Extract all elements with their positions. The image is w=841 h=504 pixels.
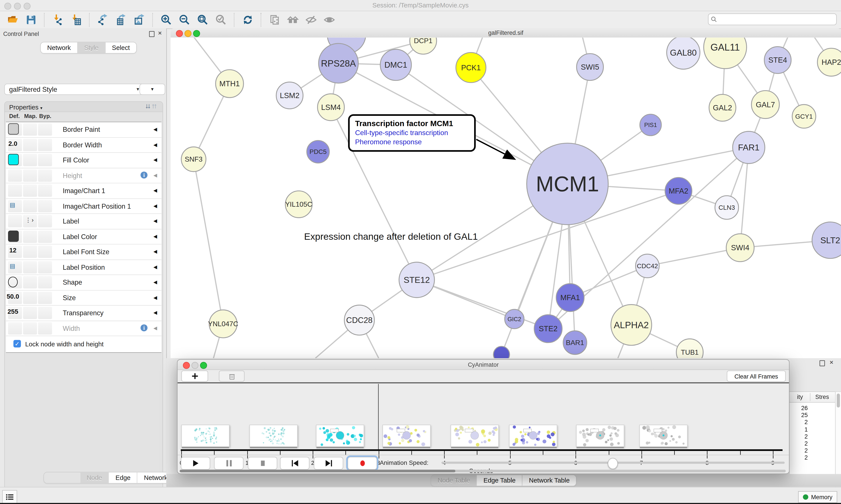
property-row-label-position[interactable]: ▤Label Position◀ [6,260,161,275]
export-image-button[interactable] [133,13,146,26]
close-panel-icon[interactable]: ✕ [158,31,162,36]
default-value[interactable]: 2.0 [6,140,20,147]
expand-arrow-icon[interactable]: ◀ [154,218,157,223]
add-frame-button[interactable] [181,371,208,382]
property-row-fill-color[interactable]: Fill Color◀ [6,153,161,168]
column-header[interactable]: ity [797,394,803,400]
expand-arrow-icon[interactable]: ◀ [154,234,157,239]
tab-style[interactable]: Style [77,42,105,53]
tab-node[interactable]: Node [80,472,108,483]
task-history-button[interactable] [2,490,17,503]
bypass-cell[interactable] [38,200,52,212]
table-cell[interactable]: 2 [789,433,808,439]
bypass-cell[interactable] [38,123,52,136]
expand-arrow-icon[interactable]: ◀ [154,310,157,315]
table-cell[interactable]: 2 [789,454,808,461]
default-value-cell[interactable] [8,184,22,197]
go-to-start-button[interactable] [280,457,309,470]
color-swatch[interactable] [8,154,19,165]
expand-arrow-icon[interactable]: ◀ [154,157,157,162]
import-table-button[interactable] [70,13,83,26]
scrollbar-thumb[interactable] [180,470,455,472]
property-row-label-font-size[interactable]: 12Label Font Size◀ [6,245,161,260]
property-row-width[interactable]: Widthi◀ [6,321,161,336]
table-cell[interactable]: 25 [789,412,808,418]
tab-network-table[interactable]: Network Table [522,475,576,486]
lock-size-checkbox[interactable]: ✓ [13,340,21,347]
delete-frame-button[interactable] [219,371,245,382]
save-button[interactable] [25,13,38,26]
tab-network[interactable]: Network [41,42,77,53]
mapping-cell[interactable] [23,230,37,242]
collapse-all-icon[interactable]: ⮅ [152,103,158,109]
mapping-cell[interactable] [23,169,37,181]
clear-all-frames-button[interactable]: Clear All Frames [727,371,786,382]
network-canvas[interactable]: RPS28ADMC1DCP1PCK1MTH1LSM2LSM4SNF3PDC5YI… [171,37,841,358]
default-value-cell[interactable] [8,169,22,181]
default-value-cell[interactable] [8,215,22,227]
cyanimator-timeline[interactable]: 0123456789Seconds [178,383,789,454]
frame-thumbnail-2[interactable] [316,425,364,447]
scrollbar-thumb[interactable] [836,394,840,408]
default-value-cell[interactable] [8,322,22,334]
property-row-image-chart-position-1[interactable]: ▤Image/Chart Position 1◀ [6,199,161,214]
mapping-cell[interactable] [23,276,37,288]
frame-thumbnail-1[interactable] [249,425,298,447]
property-row-height[interactable]: Heighti◀ [6,168,161,183]
zoom-fit-button[interactable] [196,13,209,26]
info-icon[interactable]: i [141,324,148,331]
close-panel-icon[interactable]: ✕ [829,360,833,365]
mapping-cell[interactable] [23,307,37,319]
expand-arrow-icon[interactable]: ◀ [154,142,157,147]
property-row-label[interactable]: ⋮›Label◀ [6,214,161,229]
column-header[interactable]: Stres [815,394,829,400]
go-to-end-button[interactable] [314,457,343,470]
zoom-selected-button[interactable] [215,13,228,26]
float-panel-icon[interactable] [820,360,825,366]
search-box[interactable] [708,13,837,25]
copy-document-button[interactable] [268,13,281,26]
frame-thumbnail-5[interactable] [509,425,557,447]
mapping-cell[interactable] [23,261,37,273]
mapping-cell[interactable] [23,246,37,258]
property-row-size[interactable]: 50.0Size◀ [6,290,161,306]
table-cell[interactable]: 1 [789,426,808,432]
playhead[interactable] [378,384,379,449]
frame-thumbnail-6[interactable] [576,425,624,447]
property-row-border-paint[interactable]: Border Paint◀ [6,122,161,138]
table-cell[interactable]: 26 [789,405,808,411]
results-scrollbar[interactable] [835,392,841,488]
stop-button[interactable] [248,457,277,470]
bypass-cell[interactable] [38,261,52,273]
pause-button[interactable] [214,457,244,470]
float-panel-icon[interactable] [149,31,155,37]
table-cell[interactable]: 2 [789,419,808,426]
mapping-cell[interactable] [23,322,37,334]
mapping-cell[interactable] [23,154,37,166]
record-button[interactable] [347,457,377,470]
tab-edge[interactable]: Edge [108,472,137,483]
open-folder-button[interactable] [6,13,19,26]
home-button[interactable] [286,13,299,26]
mapping-cell[interactable] [23,291,37,304]
bypass-cell[interactable] [38,291,52,304]
property-row-transparency[interactable]: 255Transparency◀ [6,306,161,321]
network-node-BLUE1[interactable] [494,346,509,358]
bypass-cell[interactable] [38,276,52,288]
tab-edge-table[interactable]: Edge Table [477,475,522,486]
mapping-cell[interactable] [23,123,37,136]
bypass-cell[interactable] [38,154,52,166]
expand-all-icon[interactable]: ⮇ [146,103,152,109]
style-dropdown[interactable]: galFiltered Style ▼ [4,84,145,95]
bypass-cell[interactable] [38,215,52,227]
timeline-ruler[interactable] [181,449,783,451]
bypass-cell[interactable] [38,307,52,319]
color-swatch[interactable] [8,123,19,134]
bypass-cell[interactable] [38,230,52,242]
expand-arrow-icon[interactable]: ◀ [154,249,157,254]
frame-thumbnail-3[interactable] [382,425,431,447]
import-network-button[interactable] [52,13,65,26]
info-icon[interactable]: i [141,171,148,178]
annotation-box[interactable]: Transcription factor MCM1 Cell-type-spec… [348,114,476,152]
bypass-cell[interactable] [38,322,52,334]
